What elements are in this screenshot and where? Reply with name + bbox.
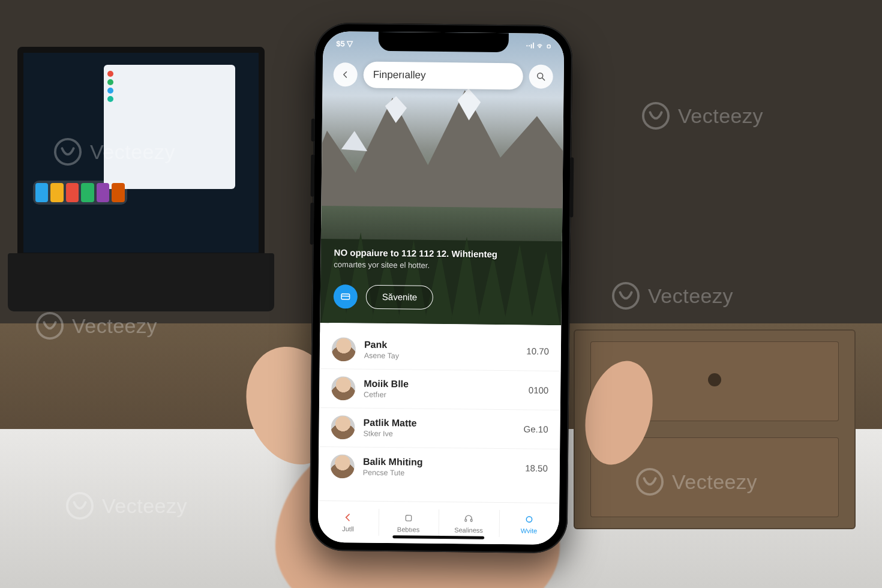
- avatar: [332, 337, 356, 361]
- chevron-left-icon: [341, 70, 350, 79]
- drawer-knob: [708, 465, 721, 478]
- headset-icon: [463, 513, 475, 525]
- search-title: Finperıalley: [373, 69, 426, 82]
- list-item-name: Balik Mhiting: [363, 456, 517, 469]
- svg-rect-19: [465, 519, 467, 521]
- list-item-value: Ge.10: [524, 424, 548, 434]
- back-button[interactable]: [334, 62, 358, 86]
- status-left: $5 ▽: [336, 39, 353, 48]
- card-icon: [340, 291, 351, 302]
- phone-screen: $5 ▽ ··ıl ᯤ ▢: [318, 31, 565, 545]
- tab-label: Bebtıes: [397, 526, 419, 533]
- phone-notch: [379, 32, 509, 52]
- list-item-name: Moiik Blle: [364, 378, 520, 391]
- phone-side-button: [311, 155, 315, 197]
- search-input[interactable]: Finperıalley: [363, 62, 523, 90]
- tab-item[interactable]: Jutll: [318, 501, 379, 543]
- svg-point-21: [526, 517, 532, 522]
- svg-rect-20: [471, 519, 473, 521]
- save-button[interactable]: Săvenite: [366, 285, 434, 310]
- search-icon: [536, 71, 547, 82]
- contacts-list: Pank Asene Tay 10.70 Moiik Blle Cetfıer …: [318, 323, 561, 503]
- svg-rect-18: [406, 515, 411, 521]
- avatar: [331, 376, 355, 400]
- phone-side-button: [569, 157, 574, 217]
- tab-label: Jutll: [342, 525, 354, 532]
- list-item[interactable]: Balik Mhiting Pencse Tute 18.50: [319, 446, 560, 488]
- search-bar: Finperıalley: [333, 60, 553, 91]
- drawer-knob: [708, 373, 721, 386]
- svg-marker-3: [341, 131, 368, 151]
- list-item-value: 18.50: [525, 463, 548, 473]
- save-button-label: Săvenite: [382, 292, 418, 302]
- list-item[interactable]: Pank Asene Tay 10.70: [320, 330, 562, 371]
- hero-caption-line1: NO oppaiure to 112 112 12. Wihtienteg: [334, 247, 549, 260]
- hero-icon-button[interactable]: [334, 284, 358, 308]
- hero-actions: Săvenite: [334, 284, 434, 310]
- circle-icon: [523, 514, 535, 526]
- avatar: [331, 454, 355, 478]
- svg-line-17: [542, 78, 545, 80]
- phone-device: $5 ▽ ··ıl ᯤ ▢: [309, 23, 572, 553]
- list-item-sub: Cetfıer: [364, 390, 520, 400]
- tab-item[interactable]: Wvite: [499, 503, 559, 545]
- list-item-sub: Pencse Tute: [363, 468, 517, 478]
- chevron-left-icon: [342, 511, 354, 523]
- hero-caption: NO oppaiure to 112 112 12. Wihtienteg co…: [334, 247, 548, 271]
- status-right: ··ıl ᯤ ▢: [526, 41, 551, 50]
- laptop-dock: [33, 181, 127, 205]
- laptop-window: [104, 65, 235, 188]
- square-icon: [403, 512, 415, 524]
- list-item-name: Patlik Matte: [364, 417, 515, 430]
- phone-side-button: [310, 203, 314, 245]
- laptop: [17, 47, 265, 311]
- list-item[interactable]: Patlik Matte Stker Ive Ge.10: [319, 407, 560, 449]
- laptop-screen: [17, 47, 265, 259]
- avatar: [331, 415, 355, 439]
- list-item-sub: Asene Tay: [364, 351, 518, 361]
- svg-rect-14: [341, 294, 350, 299]
- list-item-sub: Stker Ive: [363, 429, 515, 439]
- hand-finger: [575, 353, 663, 472]
- list-item-name: Pank: [364, 339, 518, 352]
- tab-label: Wvite: [521, 527, 538, 535]
- list-item-value: 0100: [529, 385, 549, 395]
- tab-label: Sealiness: [454, 526, 483, 533]
- list-item[interactable]: Moiik Blle Cetfıer 0100: [319, 368, 561, 410]
- search-button[interactable]: [529, 65, 553, 89]
- list-item-value: 10.70: [526, 346, 549, 356]
- phone-side-button: [311, 119, 315, 142]
